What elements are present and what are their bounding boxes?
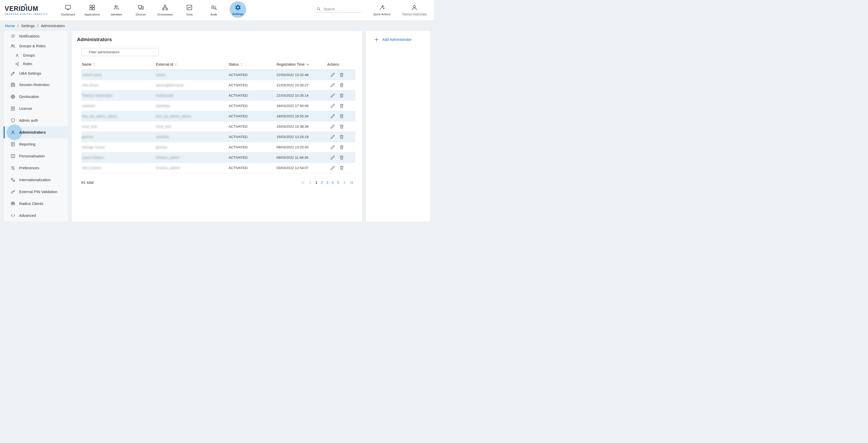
breadcrumb-separator: / <box>18 24 19 28</box>
add-administrator-label: Add Administrator <box>382 37 411 41</box>
admin-external-id: test_my_admin_aduse <box>155 111 228 121</box>
sidebar-item-internationalization[interactable]: Internationalization <box>4 174 68 186</box>
delete-trash-icon[interactable] <box>339 166 344 170</box>
edit-pencil-icon[interactable] <box>331 72 335 77</box>
sidebar-item-advanced[interactable]: Advanced <box>4 210 68 222</box>
delete-trash-icon[interactable] <box>339 135 344 139</box>
nav-label: Audit <box>210 13 217 16</box>
breadcrumb-current: Administrators <box>41 24 65 28</box>
edit-pencil-icon[interactable] <box>331 135 335 139</box>
sidebar-item-groups-roles[interactable]: Groups & Roles <box>4 41 68 51</box>
edit-pencil-icon[interactable] <box>331 166 335 170</box>
veridium-logo[interactable]: VERIDIUM TRUSTED DIGITAL IDENTITY <box>0 0 55 21</box>
breadcrumb-home-link[interactable]: Home <box>5 24 15 28</box>
delete-trash-icon[interactable] <box>339 93 344 98</box>
sidebar-item-session-retention[interactable]: Session Retention <box>4 79 68 91</box>
magic-wand-icon <box>379 4 385 11</box>
column-header-status[interactable]: Status <box>228 60 276 70</box>
nav-label: Dashboard <box>61 13 75 16</box>
table-footer: 61 total 1 2 3 4 5 <box>82 180 355 185</box>
delete-trash-icon[interactable] <box>339 155 344 160</box>
nav-item-tools[interactable]: Tools <box>177 0 202 21</box>
delete-trash-icon[interactable] <box>339 104 344 108</box>
admin-external-id: ionut_test <box>155 121 228 132</box>
search-icon <box>316 7 321 11</box>
edit-pencil-icon[interactable] <box>331 93 335 98</box>
next-page-icon[interactable] <box>342 180 347 185</box>
search-input[interactable] <box>323 7 358 11</box>
logo-triangle-icon <box>24 3 27 5</box>
add-administrator-button[interactable]: Add Administrator <box>374 37 430 42</box>
last-page-icon[interactable] <box>349 180 354 185</box>
admin-registration-time: 09/03/2022 11:48:35 <box>276 152 327 163</box>
edit-pencil-icon[interactable] <box>331 114 335 118</box>
page-number-2[interactable]: 2 <box>320 180 324 184</box>
nav-item-applications[interactable]: Applications <box>80 0 104 21</box>
column-header-name[interactable]: Name <box>82 60 155 70</box>
column-header-external-id[interactable]: External Id <box>155 60 228 70</box>
page-number-1[interactable]: 1 <box>315 180 318 184</box>
page-number-4[interactable]: 4 <box>331 180 335 184</box>
sidebar-item-uba-settings[interactable]: UBA Settings <box>4 68 68 79</box>
nav-item-orchestrator[interactable]: Orchestrator <box>153 0 177 21</box>
uba-settings-pen-icon <box>10 71 16 76</box>
admin-registration-time: 21/03/2022 10:35:27 <box>276 80 327 90</box>
sidebar-item-preferences[interactable]: Preferences <box>4 162 68 174</box>
first-page-icon[interactable] <box>301 180 306 185</box>
sort-icon <box>175 63 177 66</box>
user-menu[interactable]: Tiberius Hodoroaba <box>402 4 427 16</box>
admin-external-id: GeoTest <box>155 132 228 142</box>
delete-trash-icon[interactable] <box>339 72 344 77</box>
table-row: Tiberius Hodoroaba thodoroaba ACTIVATED … <box>82 90 355 101</box>
sort-icon <box>93 63 95 66</box>
open-book-icon <box>10 153 16 159</box>
total-count: 61 total <box>82 180 94 184</box>
page-number-3[interactable]: 3 <box>326 180 329 184</box>
previous-page-icon[interactable] <box>308 180 313 185</box>
roles-share-icon <box>15 62 20 66</box>
edit-pencil-icon[interactable] <box>331 155 335 160</box>
delete-trash-icon[interactable] <box>339 145 344 149</box>
sidebar-item-external-pin-validation[interactable]: External PIN Validation <box>4 186 68 198</box>
reporting-document-icon <box>10 142 16 147</box>
admin-external-id: lcroitoru_admin <box>155 163 228 173</box>
sidebar-item-administrators[interactable]: Administrators <box>4 126 68 138</box>
page-number-5[interactable]: 5 <box>336 180 340 184</box>
tools-chart-icon <box>186 4 193 11</box>
quick-actions-button[interactable]: Quick Actions <box>373 4 391 16</box>
sidebar-item-license[interactable]: License <box>4 102 68 115</box>
sidebar-item-reporting[interactable]: Reporting <box>4 138 68 150</box>
admin-external-id: aenciu@dev.local <box>155 80 228 90</box>
admin-name: Alex Enciu <box>82 80 155 90</box>
sidebar-item-groups[interactable]: Groups <box>4 51 68 60</box>
nav-item-dashboard[interactable]: Dashboard <box>56 0 80 21</box>
edit-pencil-icon[interactable] <box>331 124 335 129</box>
admin-name: Tiberius Hodoroaba <box>82 90 155 101</box>
column-header-registration-time[interactable]: Registration Time <box>276 60 327 70</box>
sidebar-item-personalisation[interactable]: Personalisation <box>4 150 68 162</box>
nav-item-audit[interactable]: Audit <box>202 0 226 21</box>
delete-trash-icon[interactable] <box>339 83 344 87</box>
admin-status: ACTIVATED <box>228 163 276 173</box>
nav-label: Settings <box>232 12 243 16</box>
edit-pencil-icon[interactable] <box>331 83 335 87</box>
delete-trash-icon[interactable] <box>339 124 344 129</box>
breadcrumb-settings[interactable]: Settings <box>21 24 35 28</box>
filter-administrators-input[interactable] <box>82 48 159 56</box>
admin-registration-time: 21/03/2022 10:35:14 <box>276 90 327 101</box>
delete-trash-icon[interactable] <box>339 114 344 118</box>
sidebar-item-radius-clients[interactable]: Radius Clients <box>4 198 68 210</box>
edit-pencil-icon[interactable] <box>331 145 335 149</box>
admin-registration-time: 18/03/2022 17:50:08 <box>276 101 327 111</box>
nav-label: Tools <box>186 13 193 16</box>
settings-gear-icon <box>235 4 241 11</box>
nav-item-devices[interactable]: Devices <box>129 0 153 21</box>
edit-pencil-icon[interactable] <box>331 104 335 108</box>
admin-external-id: cpetre <box>155 70 228 80</box>
nav-item-settings[interactable]: Settings <box>226 0 250 21</box>
admin-status: ACTIVATED <box>228 132 276 142</box>
sidebar-item-notifications[interactable]: Notifications <box>4 32 68 41</box>
sidebar-item-roles[interactable]: Roles <box>4 60 68 68</box>
sidebar-item-geolocation[interactable]: Geolocation <box>4 91 68 102</box>
nav-item-identities[interactable]: Identities <box>104 0 129 21</box>
